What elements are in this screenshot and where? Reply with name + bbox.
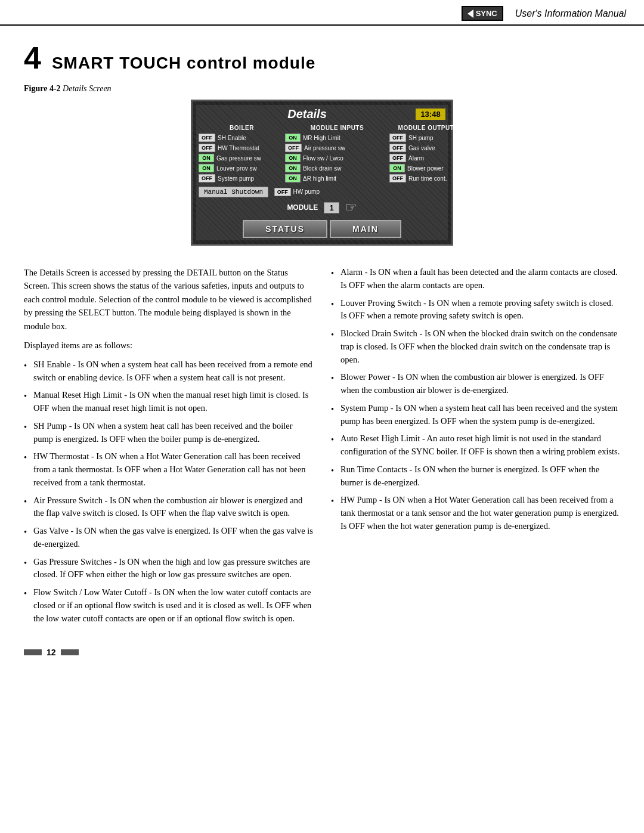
bullet-text: HW Thermostat - Is ON when a Hot Water G… [33, 450, 313, 489]
boiler-label-3: Gas pressure sw [216, 155, 261, 162]
inputs-label-3: Flow sw / Lwco [303, 155, 343, 162]
bullet-text: Flow Switch / Low Water Cutoff - Is ON w… [33, 586, 313, 625]
inputs-row-1: ON MR High Limit [285, 134, 389, 142]
figure-caption: Figure 4-2 Details Screen [0, 79, 644, 100]
list-item: • HW Thermostat - Is ON when a Hot Water… [24, 450, 313, 489]
bullet-text: Blocked Drain Switch - Is ON when the bl… [340, 327, 620, 366]
logo-text: SYNC [476, 9, 497, 18]
right-bullet-list: • Alarm - Is ON when a fault has been de… [331, 266, 620, 533]
inputs-badge-4: ON [285, 164, 301, 172]
details-title-bar: Details 13:48 [199, 107, 445, 121]
chapter-name: SMART TOUCH control module [52, 54, 315, 73]
outputs-row-3: OFF Alarm [389, 154, 467, 162]
module-label: MODULE [287, 203, 318, 212]
list-item: • Gas Valve - Is ON when the gas valve i… [24, 525, 313, 551]
boiler-row-5: OFF System pump [199, 174, 285, 182]
bullet-text: SH Pump - Is ON when a system heat call … [33, 420, 313, 446]
bullet-dot: • [24, 526, 30, 539]
main-button[interactable]: MAIN [330, 220, 401, 238]
list-item: • SH Enable - Is ON when a system heat c… [24, 358, 313, 385]
bullet-text: HW Pump - Is ON when a Hot Water Generat… [340, 494, 620, 532]
outputs-label-1: SH pump [408, 135, 434, 141]
hw-pump-badge: OFF [274, 188, 291, 196]
outputs-row-2: OFF Gas valve [389, 144, 467, 152]
boiler-label-1: SH Enable [218, 135, 246, 141]
col-header-outputs: MODULE OUTPUTS [389, 125, 467, 131]
boiler-badge-3: ON [199, 154, 214, 162]
boiler-label-4: Louver prov sw [216, 165, 257, 172]
boiler-row-3: ON Gas pressure sw [199, 154, 285, 162]
logo: SYNC [462, 6, 503, 21]
outputs-badge-5: OFF [389, 174, 406, 182]
bullet-dot: • [24, 557, 30, 570]
bullet-text: Run Time Contacts - Is ON when the burne… [340, 463, 620, 490]
bullet-dot: • [331, 495, 337, 508]
logo-triangle-icon [467, 10, 473, 18]
list-item: • Blocked Drain Switch - Is ON when the … [331, 327, 620, 366]
status-button[interactable]: STATUS [243, 220, 327, 238]
outputs-badge-4: ON [389, 164, 405, 172]
inputs-row-5: ON ΔR high limit [285, 174, 389, 182]
bullet-dot: • [331, 403, 337, 416]
outputs-badge-3: OFF [389, 154, 406, 162]
list-item: • Flow Switch / Low Water Cutoff - Is ON… [24, 586, 313, 625]
column-headers: BOILER MODULE INPUTS MODULE OUTPUTS [199, 125, 445, 131]
inputs-row-2: OFF Air pressure sw [285, 144, 389, 152]
inputs-badge-2: OFF [285, 144, 302, 152]
chapter-number: 4 [24, 42, 41, 73]
manual-shutdown-input[interactable]: Manual Shutdown [199, 187, 268, 197]
col-header-inputs: MODULE INPUTS [285, 125, 389, 131]
inputs-row-4: ON Block drain sw [285, 164, 389, 172]
body-left: The Details Screen is accessed by pressi… [24, 266, 313, 630]
bullet-dot: • [331, 298, 337, 311]
inputs-badge-1: ON [285, 134, 301, 142]
outputs-row-4: ON Blower power [389, 164, 467, 172]
intro-paragraph: The Details Screen is accessed by pressi… [24, 266, 313, 333]
figure-label: Figure 4-2 [24, 84, 61, 93]
list-item: • Alarm - Is ON when a fault has been de… [331, 266, 620, 292]
bullet-dot: • [24, 421, 30, 434]
list-item: • Louver Proving Switch - Is ON when a r… [331, 297, 620, 323]
manual-shutdown-row: Manual Shutdown OFF HW pump [199, 186, 445, 196]
details-inner: Details 13:48 BOILER MODULE INPUTS MODUL… [196, 105, 448, 240]
module-row: MODULE 1 ☞ [199, 200, 445, 215]
boiler-badge-5: OFF [199, 174, 215, 182]
boiler-row-1: OFF SH Enable [199, 134, 285, 142]
hand-icon: ☞ [345, 200, 357, 215]
page-footer: 12 [0, 642, 644, 663]
bullet-dot: • [331, 465, 337, 478]
outputs-row-1: OFF SH pump [389, 134, 467, 142]
outputs-label-4: Blower power [407, 165, 444, 172]
bullet-text: SH Enable - Is ON when a system heat cal… [33, 358, 313, 385]
boiler-badge-2: OFF [199, 144, 215, 152]
logo-box: SYNC [462, 6, 503, 21]
inputs-badge-5: ON [285, 174, 301, 182]
details-screen-wrapper: Details 13:48 BOILER MODULE INPUTS MODUL… [0, 100, 644, 260]
hw-pump-label: HW pump [293, 188, 320, 195]
bullet-text: Air Pressure Switch - Is ON when the com… [33, 494, 313, 521]
boiler-badge-4: ON [199, 164, 214, 172]
boiler-badge-1: OFF [199, 134, 215, 142]
bullet-dot: • [331, 329, 337, 342]
bullet-dot: • [24, 451, 30, 465]
list-item: • Run Time Contacts - Is ON when the bur… [331, 463, 620, 490]
inputs-row-3: ON Flow sw / Lwco [285, 154, 389, 162]
list-item: • Blower Power - Is ON when the combusti… [331, 371, 620, 397]
bottom-buttons: STATUS MAIN [199, 220, 445, 238]
page-header: SYNC User's Information Manual [0, 0, 644, 26]
outputs-badge-1: OFF [389, 134, 406, 142]
outputs-badge-2: OFF [389, 144, 406, 152]
bullet-dot: • [331, 267, 337, 280]
list-item: • Gas Pressure Switches - Is ON when the… [24, 556, 313, 582]
bullet-text: Gas Pressure Switches - Is ON when the h… [33, 556, 313, 582]
list-item: • Auto Reset High Limit - An auto reset … [331, 432, 620, 459]
body-right: • Alarm - Is ON when a fault has been de… [331, 266, 620, 630]
body-columns: The Details Screen is accessed by pressi… [0, 260, 644, 642]
page-number: 12 [47, 648, 56, 657]
boiler-row-2: OFF HW Thermostat [199, 144, 285, 152]
outputs-label-5: Run time cont. [408, 175, 447, 182]
data-grid: OFF SH Enable ON MR High Limit OFF SH pu… [199, 134, 445, 182]
displayed-items-label: Displayed items are as follows: [24, 339, 313, 352]
bullet-dot: • [331, 372, 337, 385]
col-header-boiler: BOILER [199, 125, 285, 131]
